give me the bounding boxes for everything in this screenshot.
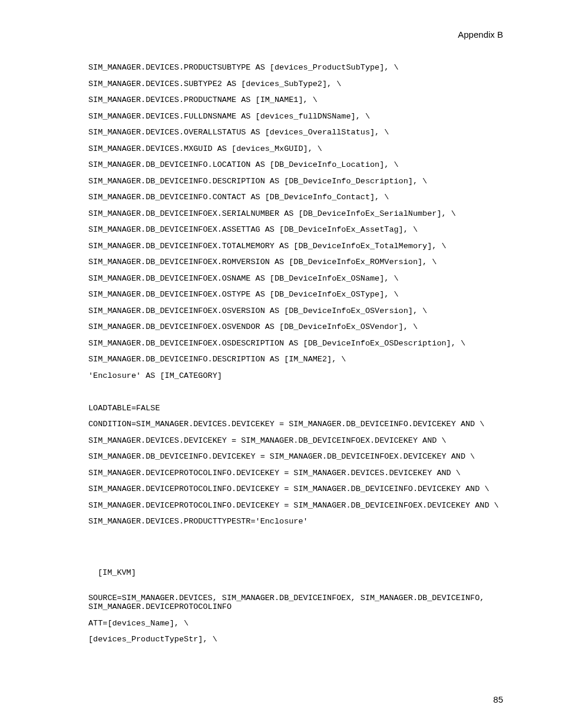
code-line: [88, 387, 503, 397]
code-line: SIM_MANAGER.DEVICES.SUBTYPE2 AS [devices…: [88, 80, 503, 89]
code-line: SIM_MANAGER.DEVICEPROTOCOLINFO.DEVICEKEY…: [88, 501, 503, 510]
section-header: [IM_KVM]: [98, 549, 503, 593]
code-line: SIM_MANAGER.DB_DEVICEINFOEX.OSDESCRIPTIO…: [88, 339, 503, 348]
code-line: SIM_MANAGER.DB_DEVICEINFOEX.ASSETTAG AS …: [88, 225, 503, 235]
code-line: SIM_MANAGER.DEVICES.DEVICEKEY = SIM_MANA…: [88, 436, 503, 446]
code-line: SIM_MANAGER.DB_DEVICEINFO.LOCATION AS [D…: [88, 160, 503, 170]
code-line: LOADTABLE=FALSE: [88, 404, 503, 413]
code-line: SIM_MANAGER.DB_DEVICEINFO.CONTACT AS [DB…: [88, 193, 503, 202]
code-line: SIM_MANAGER.DB_DEVICEINFO.DESCRIPTION AS…: [88, 355, 503, 364]
code-line: SIM_MANAGER.DB_DEVICEINFOEX.OSTYPE AS [D…: [88, 290, 503, 299]
code-line: SIM_MANAGER.DEVICES.MXGUID AS [devices_M…: [88, 144, 503, 154]
code-line: 'Enclosure' AS [IM_CATEGORY]: [88, 371, 503, 381]
page-number: 85: [493, 694, 503, 704]
code-line: [devices_ProductTypeStr], \: [88, 635, 503, 644]
code-block-1: SIM_MANAGER.DEVICES.PRODUCTSUBTYPE AS [d…: [88, 63, 503, 542]
code-line: SIM_MANAGER.DB_DEVICEINFOEX.ROMVERSION A…: [88, 258, 503, 267]
code-line: SIM_MANAGER.DB_DEVICEINFOEX.OSVERSION AS…: [88, 307, 503, 316]
code-line: SOURCE=SIM_MANAGER.DEVICES, SIM_MANAGER.…: [88, 594, 503, 612]
code-line: SIM_MANAGER.DEVICES.PRODUCTSUBTYPE AS [d…: [88, 63, 503, 73]
code-line: [88, 533, 503, 543]
code-line: SIM_MANAGER.DEVICES.OVERALLSTATUS AS [de…: [88, 128, 503, 137]
code-line: SIM_MANAGER.DB_DEVICEINFOEX.OSVENDOR AS …: [88, 322, 503, 332]
code-line: SIM_MANAGER.DB_DEVICEINFOEX.OSNAME AS [D…: [88, 274, 503, 284]
code-line: SIM_MANAGER.DB_DEVICEINFOEX.TOTALMEMORY …: [88, 242, 503, 251]
code-line: SIM_MANAGER.DB_DEVICEINFO.DEVICEKEY = SI…: [88, 452, 503, 462]
code-line: SIM_MANAGER.DEVICEPROTOCOLINFO.DEVICEKEY…: [88, 469, 503, 478]
code-line: SIM_MANAGER.DEVICES.FULLDNSNAME AS [devi…: [88, 112, 503, 121]
code-line: ATT=[devices_Name], \: [88, 619, 503, 628]
code-line: SIM_MANAGER.DEVICES.PRODUCTNAME AS [IM_N…: [88, 95, 503, 105]
code-line: SIM_MANAGER.DEVICEPROTOCOLINFO.DEVICEKEY…: [88, 485, 503, 494]
code-line: CONDITION=SIM_MANAGER.DEVICES.DEVICEKEY …: [88, 420, 503, 429]
code-line: SIM_MANAGER.DB_DEVICEINFO.DESCRIPTION AS…: [88, 177, 503, 186]
page-header: Appendix B: [88, 29, 503, 39]
code-block-2: SOURCE=SIM_MANAGER.DEVICES, SIM_MANAGER.…: [88, 594, 503, 644]
code-line: SIM_MANAGER.DB_DEVICEINFOEX.SERIALNUMBER…: [88, 209, 503, 219]
code-line: SIM_MANAGER.DEVICES.PRODUCTTYPESTR='Encl…: [88, 517, 503, 526]
